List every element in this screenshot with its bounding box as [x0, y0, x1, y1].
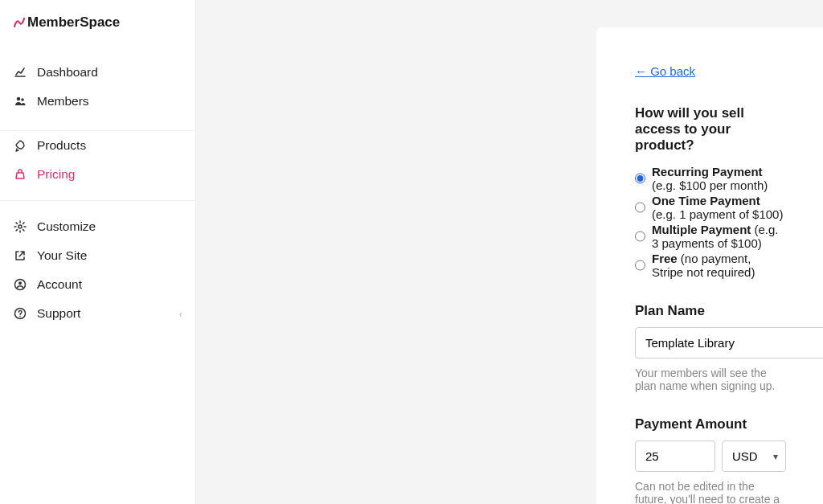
- option-label: Multiple Payment: [652, 223, 751, 236]
- sidebar-item-label: Your Site: [37, 248, 87, 263]
- sidebar-item-dashboard[interactable]: Dashboard: [0, 58, 195, 87]
- plan-name-input[interactable]: [635, 327, 823, 359]
- currency-select[interactable]: USD: [722, 440, 786, 472]
- payment-amount-helper: Can not be edited in the future, you'll …: [635, 480, 784, 504]
- brand-name: MemberSpace: [27, 14, 120, 31]
- sidebar-item-customize[interactable]: Customize: [0, 212, 195, 241]
- option-hint: (e.g. 1 payment of $100): [652, 207, 783, 221]
- plan-name-block: Plan Name Your members will see the plan…: [635, 303, 784, 392]
- sidebar-item-label: Account: [37, 277, 82, 292]
- svg-point-6: [19, 316, 21, 318]
- chart-icon: [13, 66, 27, 79]
- external-icon: [13, 249, 27, 262]
- svg-point-1: [21, 98, 24, 101]
- person-icon: [13, 278, 27, 291]
- option-free-radio[interactable]: [635, 260, 645, 271]
- sidebar-item-pricing[interactable]: Pricing: [0, 160, 195, 189]
- main-area: ← Go back How will you sell access to yo…: [196, 0, 823, 504]
- option-label: Recurring Payment: [652, 165, 763, 178]
- sidebar-item-label: Support: [37, 306, 80, 321]
- svg-point-0: [17, 97, 21, 101]
- svg-point-2: [18, 225, 22, 228]
- gear-icon: [13, 220, 27, 233]
- option-multiple-radio[interactable]: [635, 231, 645, 242]
- option-recurring[interactable]: Recurring Payment (e.g. $100 per month): [635, 165, 784, 192]
- brand-mark-icon: [13, 16, 26, 29]
- plan-name-label: Plan Name: [635, 303, 784, 319]
- sidebar: MemberSpace Dashboard Members: [0, 0, 196, 504]
- sidebar-item-label: Members: [37, 94, 89, 109]
- plan-name-helper: Your members will see the plan name when…: [635, 367, 784, 392]
- sidebar-item-label: Customize: [37, 219, 96, 234]
- option-onetime[interactable]: One Time Payment (e.g. 1 payment of $100…: [635, 194, 784, 221]
- option-multiple[interactable]: Multiple Payment (e.g. 3 payments of $10…: [635, 223, 784, 250]
- sidebar-item-members[interactable]: Members: [0, 87, 195, 116]
- sidebar-item-products[interactable]: Products: [0, 131, 195, 160]
- option-free[interactable]: Free (no payment, Stripe not required): [635, 252, 784, 279]
- go-back-link[interactable]: ← Go back: [635, 64, 695, 78]
- sidebar-item-label: Products: [37, 138, 86, 153]
- sidebar-item-support[interactable]: Support ‹: [0, 299, 195, 328]
- payment-amount-block: Payment Amount USD ▾ Can not be edited i…: [635, 416, 784, 504]
- rocket-icon: [13, 139, 27, 152]
- sidebar-nav: Dashboard Members Products Pric: [0, 58, 195, 328]
- access-question-title: How will you sell access to your product…: [635, 105, 784, 154]
- bag-icon: [13, 168, 27, 181]
- option-onetime-radio[interactable]: [635, 202, 645, 213]
- sidebar-item-label: Pricing: [37, 167, 75, 182]
- option-hint: (e.g. $100 per month): [652, 178, 768, 192]
- sidebar-item-account[interactable]: Account: [0, 270, 195, 299]
- option-label: One Time Payment: [652, 194, 760, 207]
- sidebar-item-label: Dashboard: [37, 65, 98, 80]
- svg-point-4: [18, 281, 22, 285]
- payment-amount-input[interactable]: [635, 440, 715, 472]
- brand-logo: MemberSpace: [0, 0, 195, 37]
- payment-amount-label: Payment Amount: [635, 416, 784, 432]
- chevron-left-icon: ‹: [179, 308, 182, 320]
- form-card: ← Go back How will you sell access to yo…: [596, 27, 823, 504]
- help-icon: [13, 307, 27, 320]
- users-icon: [13, 95, 27, 108]
- option-label: Free: [652, 252, 678, 265]
- sidebar-item-your-site[interactable]: Your Site: [0, 241, 195, 270]
- option-recurring-radio[interactable]: [635, 173, 645, 184]
